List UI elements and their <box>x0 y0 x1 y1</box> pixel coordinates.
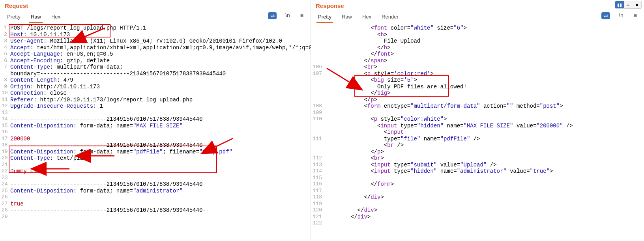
tab-raw[interactable]: Raw <box>29 12 43 23</box>
tab-pretty[interactable]: Pretty <box>6 12 22 23</box>
actions-button-resp[interactable]: ⮂ <box>601 12 610 19</box>
request-tabs: Pretty Raw Hex ⮂ \n ≡ <box>0 9 311 23</box>
response-editor[interactable]: 1061071081091101111121131141151161171181… <box>311 23 644 241</box>
request-editor[interactable]: 1234567891011121314151617181920212223242… <box>0 23 311 241</box>
tab-hex-resp[interactable]: Hex <box>361 12 373 23</box>
menu-icon[interactable]: ≡ <box>299 12 305 23</box>
request-pane: Request Pretty Raw Hex ⮂ \n ≡ 1234567891… <box>0 0 311 241</box>
layout-controls: ▮▮ ≡ ■ <box>615 1 642 9</box>
tab-pretty-resp[interactable]: Pretty <box>316 12 333 23</box>
actions-button[interactable]: ⮂ <box>268 12 277 19</box>
response-pane: ▮▮ ≡ ■ Response Pretty Raw Hex Render ⮂ … <box>311 0 644 241</box>
response-title: Response <box>316 2 344 9</box>
tab-render-resp[interactable]: Render <box>380 12 400 23</box>
layout-rows-icon[interactable]: ≡ <box>624 1 633 8</box>
tab-raw-resp[interactable]: Raw <box>340 12 354 23</box>
request-title: Request <box>5 2 28 9</box>
tab-hex[interactable]: Hex <box>50 12 62 23</box>
split-container: Request Pretty Raw Hex ⮂ \n ≡ 1234567891… <box>0 0 644 241</box>
layout-single-icon[interactable]: ■ <box>633 1 641 8</box>
response-tabs: Pretty Raw Hex Render ⮂ \n ≡ <box>311 9 644 23</box>
menu-icon-resp[interactable]: ≡ <box>632 12 638 23</box>
wrap-toggle-resp[interactable]: \n <box>617 12 625 23</box>
layout-columns-icon[interactable]: ▮▮ <box>615 1 624 8</box>
wrap-toggle[interactable]: \n <box>284 12 292 23</box>
